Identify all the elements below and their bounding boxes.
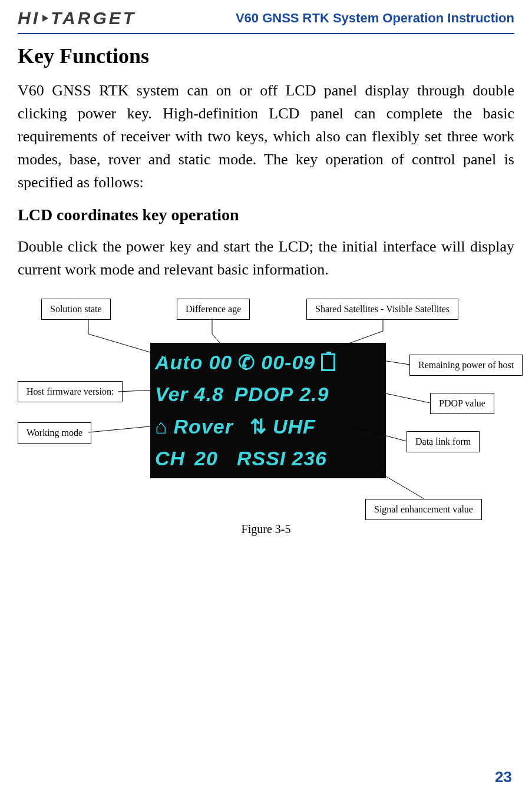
lcd-rssi-value: 236 xyxy=(292,447,327,470)
lcd-pdop-value: 2.9 xyxy=(299,383,329,406)
svg-line-6 xyxy=(383,360,409,365)
brand-logo: HI TARGET xyxy=(18,8,136,28)
battery-icon xyxy=(321,353,335,371)
home-icon: ⌂ xyxy=(155,415,168,438)
callout-pdop-value: PDOP value xyxy=(430,393,494,414)
lcd-row-2: Ver 4.8 PDOP 2.9 xyxy=(155,379,381,411)
callout-remaining-power: Remaining power of host xyxy=(409,355,523,376)
lcd-diagram: Solution state Difference age Shared Sat… xyxy=(18,299,514,575)
antenna-icon: ✆ xyxy=(238,350,255,374)
callout-working-mode: Working mode xyxy=(18,422,91,444)
lcd-row-3: ⌂ Rover ⇅ UHF xyxy=(155,411,381,443)
callout-solution-state: Solution state xyxy=(41,299,111,320)
callout-data-link: Data link form xyxy=(407,431,480,452)
document-title: V60 GNSS RTK System Operation Instructio… xyxy=(236,11,514,26)
lcd-screen: Auto 00 ✆ 00-09 Ver 4.8 PDOP 2.9 ⌂ Rover… xyxy=(150,343,386,478)
lcd-data-link: UHF xyxy=(273,415,316,438)
lcd-row-1: Auto 00 ✆ 00-09 xyxy=(155,346,381,379)
figure-caption: Figure 3-5 xyxy=(18,522,514,536)
callout-shared-satellites: Shared Satellites - Visible Satellites xyxy=(306,299,458,320)
lcd-ver-value: 4.8 xyxy=(194,383,224,406)
callout-signal-enhancement: Signal enhancement value xyxy=(365,499,482,520)
lcd-satellites: 00-09 xyxy=(261,351,315,374)
triangle-icon xyxy=(42,15,48,22)
page-number: 23 xyxy=(495,768,512,786)
lcd-ch-value: 20 xyxy=(194,447,218,470)
paragraph-2: Double click the power key and start the… xyxy=(18,235,514,281)
lcd-solution-state: Auto xyxy=(155,351,203,374)
document-page: HI TARGET V60 GNSS RTK System Operation … xyxy=(0,0,532,804)
subsection-title: LCD coordinates key operation xyxy=(18,206,514,224)
lcd-difference-age: 00 xyxy=(209,351,232,374)
lcd-rssi-label: RSSI xyxy=(237,447,286,470)
lcd-row-4: CH 20 RSSI 236 xyxy=(155,443,381,475)
paragraph-1: V60 GNSS RTK system can on or off LCD pa… xyxy=(18,79,514,194)
lcd-pdop-label: PDOP xyxy=(234,383,293,406)
link-icon: ⇅ xyxy=(250,415,267,438)
svg-line-8 xyxy=(383,393,430,403)
section-title: Key Functions xyxy=(18,44,514,68)
lcd-working-mode: Rover xyxy=(174,415,233,438)
lcd-ver-label: Ver xyxy=(155,383,189,406)
brand-suffix: TARGET xyxy=(51,8,136,28)
lcd-ch-label: CH xyxy=(155,447,185,470)
page-header: HI TARGET V60 GNSS RTK System Operation … xyxy=(18,0,514,34)
brand-prefix: HI xyxy=(18,8,40,28)
callout-firmware-version: Host firmware version: xyxy=(18,381,123,402)
callout-difference-age: Difference age xyxy=(177,299,250,320)
